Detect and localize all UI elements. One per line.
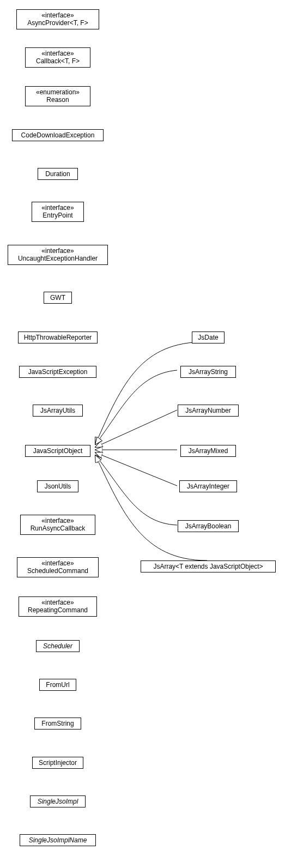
class-name: ScriptInjector	[36, 759, 80, 767]
class-name: AsyncProvider<T, F>	[20, 19, 95, 27]
node-from-url: FromUrl	[39, 679, 76, 691]
node-scheduled-command: «interface» ScheduledCommand	[17, 557, 99, 577]
class-name: SingleJsoImplName	[23, 836, 92, 844]
class-name: RepeatingCommand	[22, 606, 93, 614]
node-js-date: JsDate	[192, 331, 225, 343]
stereotype: «interface»	[29, 50, 87, 57]
node-js-array-utils: JsArrayUtils	[33, 405, 83, 417]
node-reason: «enumeration» Reason	[25, 86, 90, 106]
class-name: HttpThrowableReporter	[22, 334, 94, 341]
node-json-utils: JsonUtils	[37, 480, 78, 492]
node-run-async-callback: «interface» RunAsyncCallback	[20, 515, 95, 535]
node-script-injector: ScriptInjector	[32, 757, 83, 769]
stereotype: «interface»	[22, 599, 93, 606]
node-code-download-exception: CodeDownloadException	[12, 129, 104, 141]
node-single-jso-impl: SingleJsoImpl	[30, 795, 86, 807]
class-name: CodeDownloadException	[16, 131, 100, 139]
edge-jsarraynumber	[95, 410, 177, 447]
class-name: SingleJsoImpl	[34, 798, 82, 805]
class-name: JsonUtils	[41, 483, 75, 490]
node-js-array: JsArray<T extends JavaScriptObject>	[141, 560, 276, 572]
node-javascript-exception: JavaScriptException	[19, 366, 96, 378]
stereotype: «enumeration»	[29, 88, 87, 96]
stereotype: «interface»	[21, 559, 95, 567]
node-async-provider: «interface» AsyncProvider<T, F>	[16, 9, 99, 29]
stereotype: «interface»	[11, 247, 104, 255]
class-name: FromUrl	[43, 681, 72, 689]
node-js-array-mixed: JsArrayMixed	[180, 445, 236, 457]
class-name: JsArrayUtils	[37, 407, 79, 414]
node-entry-point: «interface» EntryPoint	[32, 202, 84, 222]
class-name: JsArrayBoolean	[181, 522, 235, 530]
class-name: JavaScriptObject	[29, 447, 87, 455]
node-gwt: GWT	[44, 292, 72, 304]
class-name: JsArrayMixed	[184, 447, 232, 455]
node-callback: «interface» Callback<T, F>	[25, 47, 90, 68]
node-js-array-string: JsArrayString	[180, 366, 236, 378]
class-name: Callback<T, F>	[29, 57, 87, 65]
class-name: JsArrayInteger	[183, 483, 233, 490]
node-uncaught-exception-handler: «interface» UncaughtExceptionHandler	[8, 245, 108, 265]
node-repeating-command: «interface» RepeatingCommand	[19, 596, 97, 617]
node-js-array-number: JsArrayNumber	[178, 405, 239, 417]
class-name: Scheduler	[40, 642, 76, 650]
node-http-throwable-reporter: HttpThrowableReporter	[18, 331, 98, 343]
node-single-jso-impl-name: SingleJsoImplName	[20, 834, 96, 846]
class-name: JsArrayString	[184, 368, 232, 376]
stereotype: «interface»	[20, 11, 95, 19]
node-from-string: FromString	[34, 718, 81, 730]
class-name: Reason	[29, 96, 87, 104]
edge-jsarrayboolean	[95, 455, 177, 525]
class-name: RunAsyncCallback	[24, 525, 92, 532]
edge-jsarray	[95, 455, 207, 560]
node-js-array-boolean: JsArrayBoolean	[178, 520, 239, 532]
class-name: FromString	[38, 720, 77, 727]
stereotype: «interface»	[24, 517, 92, 525]
class-name: Duration	[41, 170, 74, 178]
stereotype: «interface»	[35, 204, 80, 212]
class-name: JavaScriptException	[23, 368, 93, 376]
class-name: UncaughtExceptionHandler	[11, 255, 104, 262]
class-name: JsArray<T extends JavaScriptObject>	[144, 563, 272, 570]
class-name: JsArrayNumber	[181, 407, 235, 414]
class-name: GWT	[47, 294, 68, 302]
edge-jsdate	[95, 342, 205, 444]
node-javascript-object: JavaScriptObject	[25, 445, 90, 457]
node-scheduler: Scheduler	[36, 640, 80, 652]
node-js-array-integer: JsArrayInteger	[179, 480, 237, 492]
edge-jsarraystring	[95, 370, 177, 444]
node-duration: Duration	[38, 168, 78, 180]
class-name: ScheduledCommand	[21, 567, 95, 575]
class-name: EntryPoint	[35, 212, 80, 219]
class-name: JsDate	[196, 334, 221, 341]
